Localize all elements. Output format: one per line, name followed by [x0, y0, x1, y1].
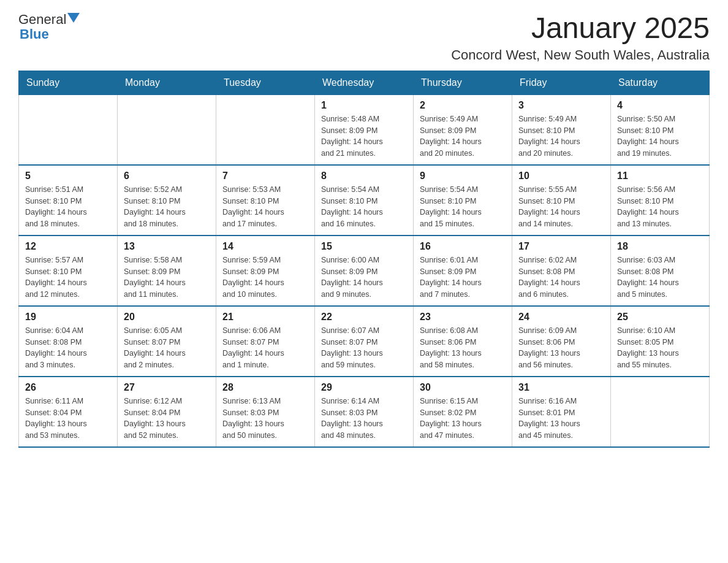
calendar-cell: [611, 377, 710, 447]
calendar-cell: 24Sunrise: 6:09 AMSunset: 8:06 PMDayligh…: [512, 306, 611, 377]
calendar-cell: 19Sunrise: 6:04 AMSunset: 8:08 PMDayligh…: [19, 306, 118, 377]
calendar-cell: 8Sunrise: 5:54 AMSunset: 8:10 PMDaylight…: [315, 165, 414, 236]
day-number: 23: [420, 312, 506, 323]
day-info: Sunrise: 5:49 AMSunset: 8:09 PMDaylight:…: [420, 113, 506, 159]
day-number: 4: [617, 100, 703, 111]
calendar-week-2: 5Sunrise: 5:51 AMSunset: 8:10 PMDaylight…: [19, 165, 710, 236]
day-info: Sunrise: 6:00 AMSunset: 8:09 PMDaylight:…: [321, 255, 407, 301]
day-number: 28: [222, 382, 308, 393]
day-info: Sunrise: 5:51 AMSunset: 8:10 PMDaylight:…: [25, 184, 111, 230]
calendar-cell: 15Sunrise: 6:00 AMSunset: 8:09 PMDayligh…: [315, 236, 414, 306]
day-info: Sunrise: 6:02 AMSunset: 8:08 PMDaylight:…: [518, 255, 604, 301]
day-number: 21: [222, 312, 308, 323]
calendar-week-1: 1Sunrise: 5:48 AMSunset: 8:09 PMDaylight…: [19, 94, 710, 165]
calendar-cell: 21Sunrise: 6:06 AMSunset: 8:07 PMDayligh…: [216, 306, 315, 377]
calendar-cell: 27Sunrise: 6:12 AMSunset: 8:04 PMDayligh…: [118, 377, 216, 447]
header-day-monday: Monday: [118, 71, 216, 94]
calendar-cell: 22Sunrise: 6:07 AMSunset: 8:07 PMDayligh…: [315, 306, 414, 377]
calendar-cell: 26Sunrise: 6:11 AMSunset: 8:04 PMDayligh…: [19, 377, 118, 447]
calendar-cell: 12Sunrise: 5:57 AMSunset: 8:10 PMDayligh…: [19, 236, 118, 306]
calendar-body: 1Sunrise: 5:48 AMSunset: 8:09 PMDaylight…: [19, 94, 710, 447]
day-number: 1: [321, 100, 407, 111]
calendar-cell: 4Sunrise: 5:50 AMSunset: 8:10 PMDaylight…: [611, 94, 710, 165]
day-info: Sunrise: 5:58 AMSunset: 8:09 PMDaylight:…: [124, 255, 210, 301]
calendar-cell: 20Sunrise: 6:05 AMSunset: 8:07 PMDayligh…: [118, 306, 216, 377]
day-number: 22: [321, 312, 407, 323]
day-number: 27: [124, 382, 210, 393]
day-number: 7: [222, 170, 308, 182]
day-number: 31: [518, 382, 604, 393]
day-info: Sunrise: 6:09 AMSunset: 8:06 PMDaylight:…: [518, 325, 604, 371]
logo-text-general: General: [18, 12, 66, 27]
day-info: Sunrise: 5:53 AMSunset: 8:10 PMDaylight:…: [222, 184, 308, 230]
day-info: Sunrise: 6:04 AMSunset: 8:08 PMDaylight:…: [25, 325, 111, 371]
calendar-cell: 9Sunrise: 5:54 AMSunset: 8:10 PMDaylight…: [414, 165, 512, 236]
day-number: 10: [518, 170, 604, 182]
calendar-cell: 7Sunrise: 5:53 AMSunset: 8:10 PMDaylight…: [216, 165, 315, 236]
header-day-sunday: Sunday: [19, 71, 118, 94]
page-header: General Blue January 2025 Concord West, …: [18, 12, 710, 63]
logo-text-blue: Blue: [20, 27, 49, 42]
day-info: Sunrise: 5:59 AMSunset: 8:09 PMDaylight:…: [222, 255, 308, 301]
day-number: 20: [124, 312, 210, 323]
title-block: January 2025 Concord West, New South Wal…: [451, 12, 710, 63]
day-number: 9: [420, 170, 506, 182]
header-day-tuesday: Tuesday: [216, 71, 315, 94]
day-info: Sunrise: 5:57 AMSunset: 8:10 PMDaylight:…: [25, 255, 111, 301]
day-number: 3: [518, 100, 604, 111]
page-subtitle: Concord West, New South Wales, Australia: [451, 47, 710, 63]
calendar-cell: [19, 94, 118, 165]
day-number: 12: [25, 241, 111, 252]
day-number: 15: [321, 241, 407, 252]
calendar-cell: 2Sunrise: 5:49 AMSunset: 8:09 PMDaylight…: [414, 94, 512, 165]
day-info: Sunrise: 6:08 AMSunset: 8:06 PMDaylight:…: [420, 325, 506, 371]
day-number: 25: [617, 312, 703, 323]
calendar-cell: 31Sunrise: 6:16 AMSunset: 8:01 PMDayligh…: [512, 377, 611, 447]
header-day-thursday: Thursday: [414, 71, 512, 94]
day-info: Sunrise: 6:12 AMSunset: 8:04 PMDaylight:…: [124, 396, 210, 442]
day-info: Sunrise: 5:54 AMSunset: 8:10 PMDaylight:…: [321, 184, 407, 230]
day-info: Sunrise: 6:16 AMSunset: 8:01 PMDaylight:…: [518, 396, 604, 442]
calendar-week-3: 12Sunrise: 5:57 AMSunset: 8:10 PMDayligh…: [19, 236, 710, 306]
calendar-cell: 28Sunrise: 6:13 AMSunset: 8:03 PMDayligh…: [216, 377, 315, 447]
header-day-saturday: Saturday: [611, 71, 710, 94]
day-number: 14: [222, 241, 308, 252]
calendar-week-5: 26Sunrise: 6:11 AMSunset: 8:04 PMDayligh…: [19, 377, 710, 447]
day-number: 24: [518, 312, 604, 323]
calendar-week-4: 19Sunrise: 6:04 AMSunset: 8:08 PMDayligh…: [19, 306, 710, 377]
calendar-cell: [118, 94, 216, 165]
day-info: Sunrise: 6:10 AMSunset: 8:05 PMDaylight:…: [617, 325, 703, 371]
day-number: 19: [25, 312, 111, 323]
day-number: 16: [420, 241, 506, 252]
day-number: 6: [124, 170, 210, 182]
day-info: Sunrise: 6:11 AMSunset: 8:04 PMDaylight:…: [25, 396, 111, 442]
calendar-cell: 23Sunrise: 6:08 AMSunset: 8:06 PMDayligh…: [414, 306, 512, 377]
day-info: Sunrise: 5:49 AMSunset: 8:10 PMDaylight:…: [518, 113, 604, 159]
day-number: 2: [420, 100, 506, 111]
day-info: Sunrise: 6:15 AMSunset: 8:02 PMDaylight:…: [420, 396, 506, 442]
calendar-cell: 11Sunrise: 5:56 AMSunset: 8:10 PMDayligh…: [611, 165, 710, 236]
day-info: Sunrise: 6:07 AMSunset: 8:07 PMDaylight:…: [321, 325, 407, 371]
calendar-cell: 13Sunrise: 5:58 AMSunset: 8:09 PMDayligh…: [118, 236, 216, 306]
day-info: Sunrise: 6:06 AMSunset: 8:07 PMDaylight:…: [222, 325, 308, 371]
day-info: Sunrise: 6:03 AMSunset: 8:08 PMDaylight:…: [617, 255, 703, 301]
calendar-cell: 16Sunrise: 6:01 AMSunset: 8:09 PMDayligh…: [414, 236, 512, 306]
day-number: 18: [617, 241, 703, 252]
calendar-cell: 29Sunrise: 6:14 AMSunset: 8:03 PMDayligh…: [315, 377, 414, 447]
logo-triangle-icon: [67, 13, 80, 23]
day-number: 29: [321, 382, 407, 393]
day-info: Sunrise: 5:52 AMSunset: 8:10 PMDaylight:…: [124, 184, 210, 230]
calendar-cell: [216, 94, 315, 165]
calendar-cell: 6Sunrise: 5:52 AMSunset: 8:10 PMDaylight…: [118, 165, 216, 236]
day-number: 26: [25, 382, 111, 393]
day-info: Sunrise: 5:54 AMSunset: 8:10 PMDaylight:…: [420, 184, 506, 230]
day-info: Sunrise: 5:55 AMSunset: 8:10 PMDaylight:…: [518, 184, 604, 230]
header-row: SundayMondayTuesdayWednesdayThursdayFrid…: [19, 71, 710, 94]
calendar-cell: 17Sunrise: 6:02 AMSunset: 8:08 PMDayligh…: [512, 236, 611, 306]
day-number: 13: [124, 241, 210, 252]
calendar-cell: 10Sunrise: 5:55 AMSunset: 8:10 PMDayligh…: [512, 165, 611, 236]
day-number: 11: [617, 170, 703, 182]
day-info: Sunrise: 5:56 AMSunset: 8:10 PMDaylight:…: [617, 184, 703, 230]
day-info: Sunrise: 6:05 AMSunset: 8:07 PMDaylight:…: [124, 325, 210, 371]
logo: General Blue: [18, 12, 80, 42]
